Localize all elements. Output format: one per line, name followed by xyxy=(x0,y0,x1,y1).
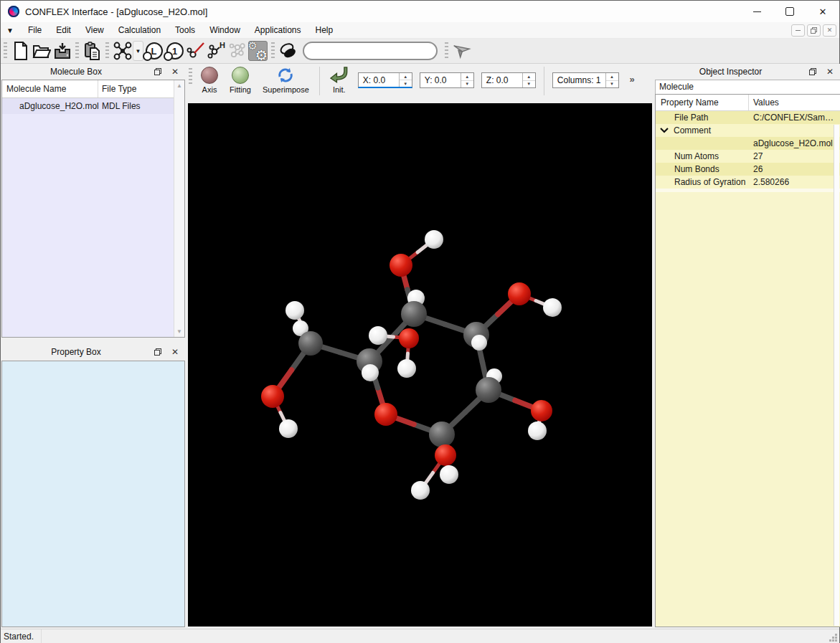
resize-grip[interactable] xyxy=(828,632,838,642)
close-button[interactable]: ✕ xyxy=(806,1,839,22)
menu-window[interactable]: Window xyxy=(202,23,247,37)
z-down-arrow[interactable]: ▼ xyxy=(523,81,535,88)
column-header-file-type[interactable]: File Type xyxy=(98,80,184,97)
atom-c-C5[interactable] xyxy=(476,377,501,403)
column-header-values[interactable]: Values xyxy=(749,95,840,110)
chevron-down-icon[interactable] xyxy=(660,128,669,133)
atom-h-H_a[interactable] xyxy=(425,230,443,249)
atom-o-O_a[interactable] xyxy=(390,254,412,277)
z-up-arrow[interactable]: ▲ xyxy=(523,73,535,81)
molecule-network-button[interactable] xyxy=(227,41,247,61)
mdi-minimize-button[interactable] xyxy=(791,24,805,37)
superimpose-button[interactable]: Superimpose xyxy=(263,67,309,94)
toggle-atom-label-button[interactable]: L xyxy=(144,41,164,61)
property-row-file-path[interactable]: File Path C:/CONFLEX/Sample_... xyxy=(656,111,840,124)
molecule-box-float-button[interactable] xyxy=(151,68,164,75)
maximize-button[interactable] xyxy=(773,1,806,22)
columns-spinner[interactable]: Columns: 1 ▲▼ xyxy=(552,72,619,88)
atom-h-H_i[interactable] xyxy=(528,421,547,440)
property-row-num-bonds[interactable]: Num Bonds 26 xyxy=(656,163,840,176)
atom-o-O_b[interactable] xyxy=(508,282,531,305)
property-box-float-button[interactable] xyxy=(151,348,164,356)
copy-button[interactable] xyxy=(82,41,102,61)
atom-h-H_f[interactable] xyxy=(397,359,416,378)
atom-h-H_j[interactable] xyxy=(440,465,458,484)
property-box-header[interactable]: Property Box ✕ xyxy=(1,343,186,361)
molecule-3d-viewport[interactable] xyxy=(188,103,652,627)
x-up-arrow[interactable]: ▲ xyxy=(400,73,412,80)
column-header-property-name[interactable]: Property Name xyxy=(656,95,749,110)
atom-o-O_d[interactable] xyxy=(531,400,552,421)
menu-edit[interactable]: Edit xyxy=(49,23,78,37)
menu-caret-icon[interactable]: ▼ xyxy=(6,27,14,34)
command-input[interactable] xyxy=(303,42,438,60)
molecule-render[interactable] xyxy=(188,103,652,627)
x-spinner[interactable]: X: 0.0 ▲▼ xyxy=(358,72,412,88)
build-molecule-dropdown[interactable]: ▼ xyxy=(133,41,143,61)
new-file-button[interactable] xyxy=(11,41,30,61)
y-down-arrow[interactable]: ▼ xyxy=(461,81,473,88)
atom-o-O_left[interactable] xyxy=(261,385,284,408)
init-button[interactable]: Init. xyxy=(330,67,349,94)
menu-view[interactable]: View xyxy=(78,23,111,37)
x-down-arrow[interactable]: ▼ xyxy=(400,80,412,87)
menu-tools[interactable]: Tools xyxy=(168,23,202,37)
atom-h-H_b[interactable] xyxy=(543,298,562,317)
toolbar-overflow-button[interactable]: » xyxy=(630,74,635,85)
toolbar-grip[interactable] xyxy=(105,42,109,59)
y-spinner[interactable]: Y: 0.0 ▲▼ xyxy=(420,72,474,88)
object-inspector-header[interactable]: Object Inspector ✕ xyxy=(655,64,840,80)
toolbar-grip[interactable] xyxy=(4,42,7,59)
toolbar-grip[interactable] xyxy=(271,42,275,59)
fitting-button[interactable]: Fitting xyxy=(230,67,251,94)
build-molecule-button[interactable] xyxy=(113,41,132,61)
menu-file[interactable]: File xyxy=(21,23,49,37)
y-up-arrow[interactable]: ▲ xyxy=(461,73,473,81)
add-hydrogen-button[interactable]: H xyxy=(207,41,226,61)
toolbar-grip[interactable] xyxy=(189,68,192,85)
inspector-scrollbar[interactable] xyxy=(834,125,839,626)
property-row-num-atoms[interactable]: Num Atoms 27 xyxy=(656,150,840,163)
molecule-box-header[interactable]: Molecule Box ✕ xyxy=(1,64,186,80)
atom-h-H_c3[interactable] xyxy=(471,335,487,351)
molecule-box-close-button[interactable]: ✕ xyxy=(169,67,181,77)
open-file-button[interactable] xyxy=(32,41,51,61)
save-file-button[interactable] xyxy=(52,41,72,61)
toolbar-grip[interactable] xyxy=(445,42,448,59)
property-row-radius-of-gyration[interactable]: Radius of Gyration 2.580266 xyxy=(656,176,840,189)
object-inspector-close-button[interactable]: ✕ xyxy=(824,67,836,77)
atom-c-C2[interactable] xyxy=(298,331,323,356)
atom-h-H_g[interactable] xyxy=(362,364,379,381)
clean-structure-button[interactable] xyxy=(278,41,298,61)
atom-c-C6[interactable] xyxy=(429,421,455,447)
toggle-atom-number-button[interactable]: 1 xyxy=(165,41,184,61)
atom-o-O_c[interactable] xyxy=(399,328,419,348)
menu-calculation[interactable]: Calculation xyxy=(111,23,168,37)
minimize-button[interactable] xyxy=(740,1,773,22)
atom-h-H_k[interactable] xyxy=(411,481,430,500)
atom-h-H_d[interactable] xyxy=(369,326,387,345)
columns-up-arrow[interactable]: ▲ xyxy=(606,73,618,81)
mdi-close-button[interactable]: ✕ xyxy=(823,24,836,37)
atom-c-C1[interactable] xyxy=(401,301,427,327)
scroll-up-icon[interactable]: ▲ xyxy=(176,80,182,91)
menu-applications[interactable]: Applications xyxy=(247,23,308,37)
molecule-list-item[interactable]: aDglucose_H2O.mol MDL Files xyxy=(2,98,184,114)
axis-button[interactable]: Axis xyxy=(201,67,218,94)
molecule-list-scrollbar[interactable]: ▲ ▼ xyxy=(174,80,184,337)
property-box-close-button[interactable]: ✕ xyxy=(169,347,181,357)
property-row-comment-value[interactable]: aDglucose_H2O.mol xyxy=(656,137,840,150)
scroll-down-icon[interactable]: ▼ xyxy=(176,326,182,337)
run-button[interactable] xyxy=(452,41,471,61)
atom-o-O_ring[interactable] xyxy=(374,403,397,426)
atom-o-O_e[interactable] xyxy=(435,444,456,466)
property-row-comment[interactable]: Comment xyxy=(656,124,840,137)
menu-help[interactable]: Help xyxy=(308,23,341,37)
columns-down-arrow[interactable]: ▼ xyxy=(606,81,618,88)
gear-settings-button[interactable]: ⚙⚙ xyxy=(248,41,268,61)
z-spinner[interactable]: Z: 0.0 ▲▼ xyxy=(481,72,536,88)
object-inspector-float-button[interactable] xyxy=(806,68,819,75)
column-header-molecule-name[interactable]: Molecule Name xyxy=(2,80,98,97)
measure-button[interactable] xyxy=(186,41,205,61)
toolbar-grip[interactable] xyxy=(75,42,79,59)
